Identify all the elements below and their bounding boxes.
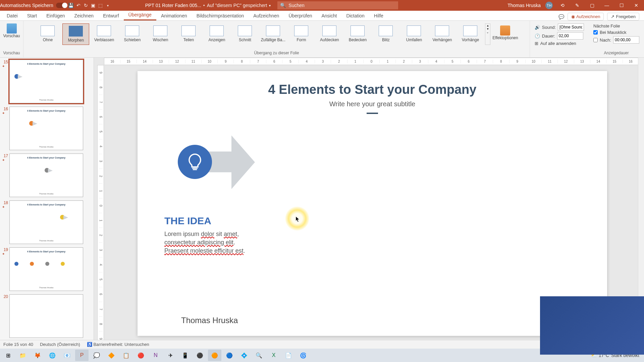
app-icon-6[interactable]: 🔵: [223, 350, 236, 361]
slide-counter[interactable]: Folie 15 von 40: [3, 342, 33, 347]
save-icon[interactable]: 💾: [67, 2, 75, 9]
trans-anzeigen[interactable]: Anzeigen: [203, 23, 230, 45]
onclick-checkbox[interactable]: [593, 30, 598, 35]
trans-wischen[interactable]: Wischen: [147, 23, 174, 45]
undo-icon[interactable]: ↶: [75, 2, 82, 9]
share-button[interactable]: ↗Freigeben: [607, 13, 639, 20]
gallery-more[interactable]: ▴▾⌄: [485, 23, 490, 45]
effect-options-button[interactable]: Effektoptionen: [492, 23, 519, 45]
trans-bedecken[interactable]: Bedecken: [344, 23, 371, 45]
redo-icon[interactable]: ↻: [82, 2, 90, 9]
slide-subtitle[interactable]: Write here your great subtitle: [138, 100, 607, 108]
slide-canvas[interactable]: 4 Elements to Start your Company Write h…: [138, 71, 607, 336]
tab-entwurf[interactable]: Entwurf: [98, 11, 123, 20]
edge-icon[interactable]: 🌀: [297, 350, 310, 361]
start-button[interactable]: ⊞: [1, 350, 15, 361]
clock-icon: 🕐: [535, 34, 540, 39]
language-indicator[interactable]: Deutsch (Österreich): [40, 342, 80, 347]
trans-schnitt[interactable]: Schnitt: [231, 23, 258, 45]
maximize-button[interactable]: ☐: [616, 0, 627, 10]
tab-ansicht[interactable]: Ansicht: [317, 11, 341, 20]
tab-praesentation[interactable]: Bildschirmpräsentation: [192, 11, 249, 20]
autosave-toggle[interactable]: [56, 3, 67, 8]
outlook-icon[interactable]: 📧: [60, 350, 74, 361]
tab-zeichnen[interactable]: Zeichnen: [70, 11, 99, 20]
trans-morphen[interactable]: Morphen: [62, 23, 89, 45]
qat-more-icon[interactable]: ▾: [104, 2, 112, 9]
trans-schieben[interactable]: Schieben: [119, 23, 146, 45]
firefox-icon[interactable]: 🦊: [31, 350, 44, 361]
sound-label: Sound:: [542, 25, 556, 30]
touch-icon[interactable]: ⬚: [97, 2, 104, 9]
app-icon-4[interactable]: 📱: [178, 350, 192, 361]
explorer-icon[interactable]: 📁: [16, 350, 30, 361]
username[interactable]: Thomas Hruska: [507, 3, 541, 8]
comments-icon[interactable]: 💬: [558, 14, 564, 19]
app-icon-5[interactable]: 🟠: [208, 350, 221, 361]
after-input[interactable]: [613, 36, 639, 44]
thumbnail-16[interactable]: 4 Elements to Start your CompanyThomas H…: [9, 107, 83, 150]
tab-uebergaenge[interactable]: Übergänge: [124, 10, 156, 20]
filename-text: PPT 01 Roter Faden 005...: [145, 3, 201, 8]
tab-aufzeichnen[interactable]: Aufzeichnen: [249, 11, 284, 20]
tab-start[interactable]: Start: [22, 11, 42, 20]
thumbnail-20[interactable]: [9, 294, 83, 338]
slide-title[interactable]: 4 Elements to Start your Company: [138, 82, 607, 97]
tab-hilfe[interactable]: Hilfe: [369, 11, 388, 20]
app-icon-9[interactable]: 📄: [282, 350, 295, 361]
duration-input[interactable]: [557, 32, 583, 40]
trans-vorhaenge[interactable]: Vorhänge: [457, 23, 484, 45]
close-button[interactable]: ✕: [631, 0, 641, 10]
trans-umfallen[interactable]: Umfallen: [400, 23, 427, 45]
pen-icon[interactable]: ✎: [572, 0, 582, 10]
apply-all-button[interactable]: ⊞Auf alle anwenden: [535, 41, 584, 46]
avatar[interactable]: TH: [545, 2, 553, 9]
excel-icon[interactable]: X: [267, 350, 280, 361]
thumbnail-15[interactable]: 4 Elements to Start your CompanyThomas H…: [9, 60, 83, 103]
vlc-icon[interactable]: 🔶: [105, 350, 118, 361]
app-icon-7[interactable]: 💠: [237, 350, 251, 361]
trans-verblassen[interactable]: Verblassen: [91, 23, 117, 45]
app-icon-8[interactable]: 🔍: [252, 350, 266, 361]
present-icon[interactable]: ▣: [90, 2, 97, 9]
sound-select[interactable]: [558, 23, 584, 31]
app-icon-1[interactable]: 💭: [90, 350, 103, 361]
chrome-icon[interactable]: 🌐: [46, 350, 59, 361]
trans-teilen[interactable]: Teilen: [175, 23, 202, 45]
tab-dictation[interactable]: Dictation: [341, 11, 369, 20]
telegram-icon[interactable]: ✈: [164, 350, 177, 361]
onenote-icon[interactable]: N: [149, 350, 162, 361]
trans-zufaellig[interactable]: Zufällige Ba...: [260, 23, 286, 45]
powerpoint-icon[interactable]: P: [75, 350, 89, 361]
bulb-circle: [178, 145, 212, 179]
app-icon-2[interactable]: 📋: [119, 350, 133, 361]
after-checkbox[interactable]: [593, 38, 598, 42]
trans-ohne[interactable]: Ohne: [34, 23, 61, 45]
filename-area[interactable]: PPT 01 Roter Faden 005... • Auf "diesem …: [145, 3, 271, 8]
minimize-button[interactable]: —: [602, 0, 612, 10]
trans-verhaengen[interactable]: Verhängen: [429, 23, 455, 45]
tab-datei[interactable]: Datei: [2, 11, 22, 20]
thumbnail-18[interactable]: 4 Elements to Start your CompanyThomas H…: [9, 200, 83, 244]
thumb-num-18: 18: [2, 200, 8, 205]
thumbnail-17[interactable]: 4 Elements to Start your CompanyThomas H…: [9, 154, 83, 197]
thumbnail-19[interactable]: 4 Elements to Start your Company Thomas …: [9, 247, 83, 291]
slide-author[interactable]: Thomas Hruska: [181, 316, 238, 325]
tab-animationen[interactable]: Animationen: [156, 11, 192, 20]
idea-textbox[interactable]: THE IDEA Lorem ipsum dolor sit amet, con…: [164, 215, 258, 255]
trans-aufdecken[interactable]: Aufdecken: [316, 23, 343, 45]
search-input[interactable]: 🔍 Suchen: [277, 1, 398, 9]
window-icon[interactable]: ▢: [587, 0, 597, 10]
tab-einfuegen[interactable]: Einfügen: [42, 11, 69, 20]
app-icon-3[interactable]: 🔴: [134, 350, 148, 361]
record-button[interactable]: ◉Aufzeichnen: [568, 13, 604, 20]
accessibility-check[interactable]: ♿ Barrierefreiheit: Untersuchen: [87, 342, 149, 347]
trans-blitz[interactable]: Blitz: [372, 23, 399, 45]
arrow-graphic[interactable]: [178, 145, 212, 179]
obs-icon[interactable]: ⚫: [193, 350, 207, 361]
preview-button[interactable]: Vorschau: [2, 21, 22, 40]
trans-form[interactable]: Form: [288, 23, 315, 45]
slide-thumbnails[interactable]: 15✦ 4 Elements to Start your CompanyThom…: [0, 58, 94, 351]
tab-ueberpruefen[interactable]: Überprüfen: [284, 11, 317, 20]
sync-icon[interactable]: ⟲: [557, 0, 568, 10]
